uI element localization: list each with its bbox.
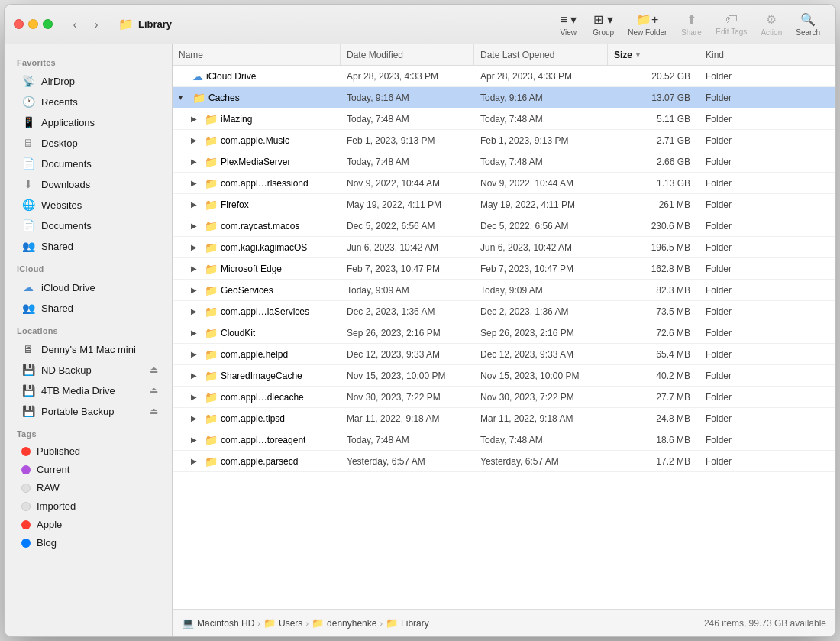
sidebar-item-raw[interactable]: RAW [9, 479, 167, 497]
table-row[interactable]: ▶ 📁 com.appl…toreagent Today, 7:48 AM To… [173, 429, 835, 451]
sidebar-item-apple[interactable]: Apple [9, 516, 167, 533]
table-row[interactable]: ▶ 📁 com.appl…iaServices Dec 2, 2023, 1:3… [173, 301, 835, 322]
group-button[interactable]: ⊞ ▾ Group [586, 10, 620, 39]
col-header-kind[interactable]: Kind [699, 44, 835, 65]
eject-nd-icon[interactable]: ⏏ [150, 364, 158, 375]
sidebar-item-shared-icloud[interactable]: 👥 Shared [9, 298, 167, 318]
file-size: 82.3 MB [608, 285, 699, 296]
expand-arrow-icon[interactable]: ▶ [191, 136, 202, 144]
maximize-button[interactable] [43, 19, 53, 29]
expand-arrow-icon[interactable]: ▶ [191, 243, 202, 251]
eject-4tb-icon[interactable]: ⏏ [150, 385, 158, 396]
table-row[interactable]: ▶ 📁 com.apple.helpd Dec 12, 2023, 9:33 A… [173, 344, 835, 365]
sidebar-item-label: RAW [37, 482, 60, 494]
eject-portable-icon[interactable]: ⏏ [150, 406, 158, 416]
sidebar-item-published[interactable]: Published [9, 442, 167, 460]
view-button[interactable]: ≡ ▾ View [551, 10, 585, 39]
table-row[interactable]: ▶ 📁 com.appl…dlecache Nov 30, 2023, 7:22… [173, 387, 835, 408]
col-name-label: Name [179, 50, 203, 60]
sidebar-item-imported[interactable]: Imported [9, 497, 167, 515]
file-label: GeoServices [221, 285, 273, 296]
expand-arrow-icon[interactable]: ▶ [191, 457, 202, 465]
expand-arrow-icon[interactable]: ▶ [191, 222, 202, 230]
sidebar-item-documents1[interactable]: 📄 Documents [9, 154, 167, 173]
desktop-icon: 🖥 [21, 136, 35, 150]
search-button[interactable]: 🔍 Search [790, 10, 826, 39]
sidebar-item-current[interactable]: Current [9, 461, 167, 478]
expand-arrow-icon[interactable]: ▶ [191, 350, 202, 358]
sidebar-item-portable[interactable]: 💾 Portable Backup ⏏ [9, 401, 167, 421]
sidebar-item-label: Websites [41, 199, 82, 211]
forward-button[interactable]: › [86, 17, 106, 32]
expand-arrow-icon[interactable]: ▶ [191, 393, 202, 401]
share-button[interactable]: ⬆ Share [674, 10, 708, 39]
back-button[interactable]: ‹ [65, 17, 85, 32]
file-size: 73.5 MB [608, 306, 699, 317]
col-header-modified[interactable]: Date Modified [341, 44, 474, 65]
new-folder-button[interactable]: 📁+ New Folder [622, 10, 673, 39]
expand-arrow-icon[interactable]: ▶ [191, 329, 202, 337]
table-row[interactable]: ▶ 📁 iMazing Today, 7:48 AM Today, 7:48 A… [173, 108, 835, 130]
action-button[interactable]: ⚙ Action [754, 10, 788, 39]
toolbar-actions: ≡ ▾ View ⊞ ▾ Group 📁+ New Folder ⬆ Share… [551, 10, 826, 39]
expand-arrow-icon[interactable]: ▶ [191, 200, 202, 209]
sidebar-item-applications[interactable]: 📱 Applications [9, 112, 167, 132]
minimize-button[interactable] [28, 19, 38, 29]
sidebar-item-recents[interactable]: 🕐 Recents [9, 92, 167, 112]
sidebar-item-downloads[interactable]: ⬇ Downloads [9, 174, 167, 194]
sidebar-item-shared-fav[interactable]: 👥 Shared [9, 236, 167, 256]
apple-tag-dot [21, 520, 31, 529]
table-row[interactable]: ▶ 📁 com.apple.Music Feb 1, 2023, 9:13 PM… [173, 130, 835, 151]
table-row[interactable]: ☁ iCloud Drive Apr 28, 2023, 4:33 PM Apr… [173, 66, 835, 87]
bc-users[interactable]: Users [279, 618, 302, 629]
table-row[interactable]: ▶ 📁 com.kagi.kagimacOS Jun 6, 2023, 10:4… [173, 237, 835, 258]
expand-arrow-icon[interactable]: ▶ [191, 157, 202, 166]
bc-macintosh-hd[interactable]: Macintosh HD [197, 618, 254, 629]
file-name-cell: ▶ 📁 com.apple.Music [173, 134, 341, 147]
expand-arrow-icon[interactable]: ▶ [191, 414, 202, 422]
sidebar-item-icloud-drive[interactable]: ☁ iCloud Drive [9, 277, 167, 297]
col-header-size[interactable]: Size ▼ [608, 44, 699, 65]
file-label: PlexMediaServer [221, 157, 290, 167]
table-row[interactable]: ▾ 📁 Caches Today, 9:16 AM Today, 9:16 AM… [173, 87, 835, 108]
expand-arrow-icon[interactable]: ▶ [191, 264, 202, 273]
sidebar-item-blog[interactable]: Blog [9, 534, 167, 552]
table-row[interactable]: ▶ 📁 com.appl…rlsessiond Nov 9, 2022, 10:… [173, 173, 835, 194]
close-button[interactable] [14, 19, 24, 29]
col-header-last-opened[interactable]: Date Last Opened [474, 44, 608, 65]
table-row[interactable]: ▶ 📁 PlexMediaServer Today, 7:48 AM Today… [173, 151, 835, 173]
sidebar-item-documents2[interactable]: 📄 Documents [9, 215, 167, 235]
file-modified: Feb 1, 2023, 9:13 PM [341, 135, 474, 146]
expand-arrow-icon[interactable]: ▶ [191, 115, 202, 123]
bc-dennyhenke[interactable]: dennyhenke [327, 618, 376, 629]
folder-icon: 📁 [205, 413, 218, 425]
table-row[interactable]: ▶ 📁 GeoServices Today, 9:09 AM Today, 9:… [173, 280, 835, 301]
group-icon: ⊞ ▾ [593, 12, 612, 27]
portable-icon: 💾 [21, 404, 35, 418]
table-row[interactable]: ▶ 📁 com.apple.tipsd Mar 11, 2022, 9:18 A… [173, 408, 835, 429]
sidebar-item-desktop[interactable]: 🖥 Desktop [9, 133, 167, 153]
col-header-name[interactable]: Name [173, 44, 341, 65]
expand-arrow-icon[interactable]: ▶ [191, 435, 202, 444]
sidebar-item-4tb[interactable]: 💾 4TB Media Drive ⏏ [9, 380, 167, 400]
expand-arrow-icon[interactable]: ▾ [179, 93, 189, 102]
share-icon: ⬆ [687, 12, 696, 27]
file-name-cell: ▶ 📁 iMazing [173, 113, 341, 125]
table-row[interactable]: ▶ 📁 com.apple.parsecd Yesterday, 6:57 AM… [173, 451, 835, 472]
table-row[interactable]: ▶ 📁 SharedImageCache Nov 15, 2023, 10:00… [173, 365, 835, 387]
table-row[interactable]: ▶ 📁 Firefox May 19, 2022, 4:11 PM May 19… [173, 194, 835, 215]
sidebar-item-nd-backup[interactable]: 💾 ND Backup ⏏ [9, 360, 167, 380]
expand-arrow-icon[interactable]: ▶ [191, 286, 202, 294]
expand-arrow-icon[interactable]: ▶ [191, 179, 202, 187]
table-row[interactable]: ▶ 📁 Microsoft Edge Feb 7, 2023, 10:47 PM… [173, 258, 835, 280]
sidebar-item-websites[interactable]: 🌐 Websites [9, 195, 167, 215]
file-name-cell: ▶ 📁 Firefox [173, 199, 341, 211]
edit-tags-button[interactable]: 🏷 Edit Tags [709, 10, 753, 38]
table-row[interactable]: ▶ 📁 CloudKit Sep 26, 2023, 2:16 PM Sep 2… [173, 322, 835, 344]
bc-library[interactable]: Library [401, 618, 429, 629]
expand-arrow-icon[interactable]: ▶ [191, 371, 202, 380]
sidebar-item-dennys[interactable]: 🖥 Denny's M1 Mac mini [9, 339, 167, 359]
expand-arrow-icon[interactable]: ▶ [191, 307, 202, 316]
sidebar-item-airdrop[interactable]: 📡 AirDrop [9, 71, 167, 91]
table-row[interactable]: ▶ 📁 com.raycast.macos Dec 5, 2022, 6:56 … [173, 215, 835, 237]
